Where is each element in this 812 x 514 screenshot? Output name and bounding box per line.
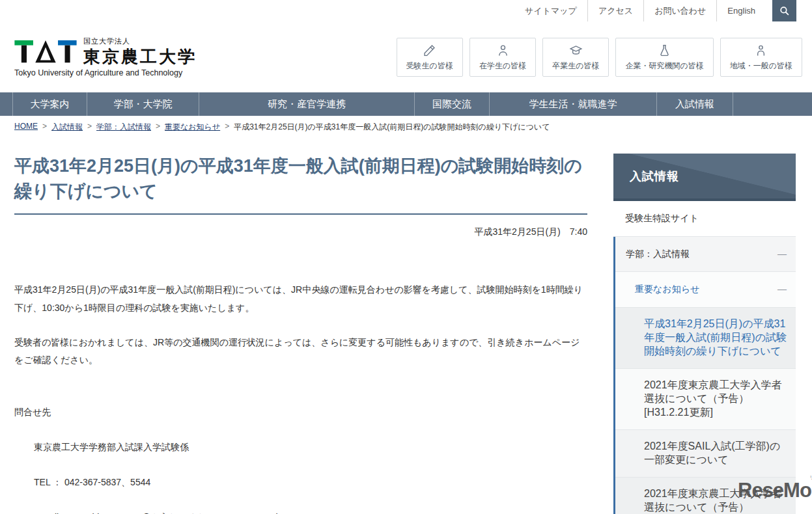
article-date: 平成31年2月25日(月) 7:40: [14, 226, 587, 238]
sidebar-subsection-label: 重要なお知らせ: [635, 282, 699, 297]
search-icon: [779, 5, 790, 16]
sidebar-section-group: 学部：入試情報 — 重要なお知らせ — 平成31年2月25日(月)の平成31年度…: [613, 237, 796, 514]
nav-item-about[interactable]: 大学案内: [12, 92, 87, 116]
search-button[interactable]: [772, 0, 796, 21]
person-icon: [496, 44, 510, 57]
quicklink-examinees[interactable]: 受験生の皆様: [397, 38, 463, 77]
breadcrumb-admissions[interactable]: 入試情報: [51, 122, 83, 133]
quicklink-alumni[interactable]: 卒業生の皆様: [542, 38, 609, 77]
flask-icon: [658, 44, 671, 57]
utility-links: サイトマップ アクセス お問い合わせ English: [514, 0, 766, 21]
person-icon: [754, 44, 768, 57]
sidebar-news-item[interactable]: 2021年度東京農工大学入学者選抜について（予告）[H31.2.21更新]: [615, 369, 796, 430]
site-header: 国立大学法人 東京農工大学 Tokyo University of Agricu…: [0, 21, 812, 92]
quicklink-label: 受験生の皆様: [406, 61, 453, 72]
quicklink-label: 地域・一般の皆様: [730, 61, 792, 72]
sidebar-subsection-important-notices[interactable]: 重要なお知らせ —: [615, 272, 796, 308]
pencil-icon: [423, 44, 436, 57]
quicklink-label: 在学生の皆様: [479, 61, 526, 72]
contact-link[interactable]: お問い合わせ: [643, 0, 716, 21]
nav-item-international[interactable]: 国際交流: [414, 92, 489, 116]
breadcrumb-important-notices[interactable]: 重要なお知らせ: [165, 122, 220, 133]
article-paragraph: 受験者の皆様におかれましては、JR等の交通機関の運行状況によっては、さらに変更す…: [14, 334, 587, 370]
nav-item-research[interactable]: 研究・産官学連携: [199, 92, 414, 116]
sidebar-item-examinee-site[interactable]: 受験生特設サイト: [613, 201, 796, 237]
contact-department: 東京農工大学学務部入試課入学試験係: [14, 442, 587, 453]
content-area: 平成31年2月25日(月)の平成31年度一般入試(前期日程)の試験開始時刻の繰り…: [0, 137, 812, 514]
nav-spacer: [0, 92, 12, 116]
sidebar-section-faculty-admissions[interactable]: 学部：入試情報 —: [615, 237, 796, 273]
breadcrumb-separator: >: [83, 122, 96, 133]
breadcrumb-current-page: 平成31年2月25日(月)の平成31年度一般入試(前期日程)の試験開始時刻の繰り…: [234, 122, 550, 133]
sidebar-title[interactable]: 入試情報: [613, 154, 796, 201]
contact-phone: TEL ： 042-367-5837、5544: [14, 477, 587, 489]
quicklink-community-public[interactable]: 地域・一般の皆様: [720, 38, 802, 77]
collapse-minus-icon[interactable]: —: [777, 247, 787, 262]
sidebar-news-item-current[interactable]: 平成31年2月25日(月)の平成31年度一般入試(前期日程)の試験開始時刻の繰り…: [615, 308, 796, 369]
admissions-sidebar: 入試情報 受験生特設サイト 学部：入試情報 — 重要なお知らせ — 平成31年2…: [613, 154, 796, 514]
breadcrumb-faculty-admissions[interactable]: 学部：入試情報: [96, 122, 151, 133]
sitemap-link[interactable]: サイトマップ: [514, 0, 587, 21]
access-link[interactable]: アクセス: [587, 0, 643, 21]
sidebar-item-label: 受験生特設サイト: [625, 211, 699, 226]
nav-spacer: [733, 92, 812, 116]
nav-item-admissions[interactable]: 入試情報: [656, 92, 733, 116]
logo-university-name: 東京農工大学: [83, 47, 197, 66]
tat-logo-mark-icon: [14, 40, 77, 66]
breadcrumb-separator: >: [38, 122, 51, 133]
breadcrumb-separator: >: [220, 122, 234, 133]
nav-item-campus-life[interactable]: 学生生活・就職進学: [489, 92, 656, 116]
english-link[interactable]: English: [716, 0, 766, 21]
quicklink-companies-research[interactable]: 企業・研究機関の皆様: [615, 38, 713, 77]
nav-item-faculties[interactable]: 学部・大学院: [87, 92, 199, 116]
page-title: 平成31年2月25日(月)の平成31年度一般入試(前期日程)の試験開始時刻の繰り…: [14, 154, 587, 215]
logo-english-name: Tokyo University of Agriculture and Tech…: [14, 68, 197, 77]
quicklink-current-students[interactable]: 在学生の皆様: [469, 38, 536, 77]
sidebar-news-item[interactable]: 2021年度東京農工大学入学者選抜について（予告）: [615, 478, 796, 514]
article-paragraph: 平成31年2月25日(月)の平成31年度一般入試(前期日程)については、JR中央…: [14, 281, 587, 317]
quicklink-label: 企業・研究機関の皆様: [625, 61, 703, 72]
contact-block: 問合せ先 東京農工大学学務部入試課入学試験係 TEL ： 042-367-583…: [14, 407, 587, 514]
logo-corporation-label: 国立大学法人: [83, 36, 197, 46]
article: 平成31年2月25日(月)の平成31年度一般入試(前期日程)の試験開始時刻の繰り…: [14, 154, 587, 514]
graduation-cap-icon: [569, 44, 583, 57]
audience-quick-links: 受験生の皆様 在学生の皆様 卒業生の皆様: [397, 38, 802, 77]
sidebar-news-item[interactable]: 2021年度SAIL入試(工学部)の一部変更について: [615, 430, 796, 478]
global-nav: 大学案内 学部・大学院 研究・産官学連携 国際交流 学生生活・就職進学 入試情報: [0, 92, 812, 116]
breadcrumb: HOME > 入試情報 > 学部：入試情報 > 重要なお知らせ > 平成31年2…: [0, 116, 812, 137]
breadcrumb-home[interactable]: HOME: [14, 122, 38, 133]
quicklink-label: 卒業生の皆様: [552, 61, 599, 72]
collapse-minus-icon[interactable]: —: [777, 282, 787, 297]
sidebar-section-label: 学部：入試情報: [626, 247, 690, 262]
breadcrumb-separator: >: [151, 122, 165, 133]
top-utility-bar: サイトマップ アクセス お問い合わせ English: [0, 0, 812, 21]
contact-heading: 問合せ先: [14, 407, 587, 418]
university-logo[interactable]: 国立大学法人 東京農工大学 Tokyo University of Agricu…: [14, 36, 197, 78]
